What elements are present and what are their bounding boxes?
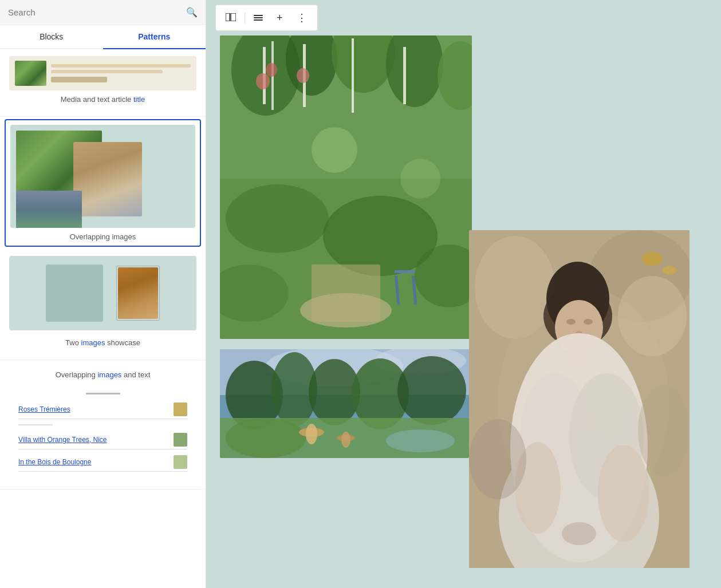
pattern-two-images-preview [9, 256, 196, 330]
preview-lady-img [118, 267, 158, 319]
columns-icon [226, 13, 236, 23]
toolbar-divider-1 [245, 12, 245, 23]
pattern-media-text[interactable]: Media and text article title [0, 49, 206, 117]
more-options-button[interactable]: ⋮ [290, 7, 314, 28]
svg-point-30 [400, 159, 440, 199]
pattern-overlap-text-link[interactable]: images [97, 370, 121, 379]
svg-point-37 [663, 266, 676, 275]
dash-button[interactable] [247, 9, 269, 27]
pattern-overlap-text[interactable]: Overlapping images and text Roses Trémiè… [0, 360, 206, 490]
svg-rect-2 [254, 15, 263, 16]
preview-list-link-1[interactable]: Roses Trémières [18, 405, 70, 413]
svg-rect-1 [231, 13, 236, 21]
preview-portrait-img [73, 142, 142, 216]
svg-point-50 [598, 445, 649, 542]
landscape-svg [220, 349, 469, 458]
svg-point-20 [226, 184, 329, 253]
preview-line [51, 70, 163, 73]
svg-point-41 [566, 319, 576, 325]
svg-point-17 [266, 63, 277, 77]
landscape-painting [220, 349, 469, 458]
preview-portrait-framed [116, 266, 160, 321]
preview-thumb-bois [174, 455, 187, 469]
svg-point-35 [618, 276, 687, 356]
pattern-two-images[interactable]: Two images showcase [0, 249, 206, 360]
pattern-media-text-preview [9, 56, 196, 90]
pattern-two-images-label: Two images showcase [9, 335, 196, 353]
sidebar: 🔍 Blocks Patterns Media and text article… [0, 0, 206, 588]
preview-thumb-villa [174, 433, 187, 447]
preview-list-row-3: In the Bois de Boulogne [18, 453, 187, 472]
svg-point-29 [312, 127, 357, 173]
plus-icon: + [277, 12, 283, 24]
preview-list-row-1: Roses Trémières [18, 400, 187, 419]
preview-small-divider [18, 424, 53, 425]
garden-svg [220, 35, 472, 339]
svg-rect-24 [395, 270, 415, 273]
svg-point-68 [386, 429, 455, 452]
pattern-media-text-link[interactable]: title [133, 95, 145, 104]
svg-rect-15 [403, 47, 406, 104]
pattern-overlapping-images[interactable]: Overlapping images [5, 119, 201, 247]
block-toolbar: + ⋮ [215, 5, 318, 31]
preview-flowers-img [46, 265, 103, 322]
more-icon: ⋮ [297, 11, 308, 24]
sidebar-content: Media and text article title Overlapping… [0, 49, 206, 490]
preview-list-row-2: Villa with Orange Trees, Nice [18, 431, 187, 449]
svg-point-52 [469, 419, 526, 499]
search-icon: 🔍 [186, 7, 198, 17]
svg-point-51 [562, 522, 596, 545]
preview-text-block [51, 64, 191, 82]
preview-blue-img [16, 191, 82, 228]
svg-rect-4 [254, 19, 263, 21]
garden-painting [220, 35, 472, 339]
portrait-painting [469, 230, 690, 568]
preview-title-line [51, 77, 107, 82]
svg-point-53 [638, 385, 690, 476]
svg-rect-14 [352, 38, 354, 113]
portrait-svg [469, 230, 690, 568]
svg-point-61 [397, 356, 466, 425]
svg-point-18 [297, 68, 309, 83]
pattern-media-text-label: Media and text article title [9, 92, 196, 109]
pattern-two-images-link[interactable]: images [81, 338, 105, 347]
preview-list-link-2[interactable]: Villa with Orange Trees, Nice [18, 436, 107, 444]
dash-icon [254, 13, 263, 23]
columns-button[interactable] [219, 9, 242, 27]
search-bar: 🔍 [0, 0, 206, 25]
svg-point-67 [341, 432, 350, 448]
search-button[interactable]: 🔍 [186, 7, 198, 18]
preview-list-link-3[interactable]: In the Bois de Boulogne [18, 458, 91, 466]
pattern-overlapping-preview [10, 125, 195, 228]
main-canvas: + ⋮ [206, 0, 721, 588]
canvas-art-area [206, 35, 721, 551]
svg-rect-3 [254, 17, 263, 18]
search-input[interactable] [8, 7, 182, 17]
pattern-overlap-text-label: Overlapping images and text [9, 367, 196, 385]
preview-divider [86, 393, 120, 394]
tab-blocks[interactable]: Blocks [0, 25, 103, 48]
svg-point-42 [584, 319, 593, 325]
add-button[interactable]: + [270, 8, 289, 28]
svg-rect-0 [226, 13, 230, 21]
svg-point-36 [642, 252, 663, 266]
preview-thumb-roses [174, 402, 187, 416]
pattern-overlapping-label: Overlapping images [10, 232, 195, 241]
tabs: Blocks Patterns [0, 25, 206, 49]
svg-point-16 [256, 73, 270, 89]
svg-point-65 [306, 424, 317, 444]
svg-rect-23 [312, 265, 380, 322]
tab-patterns[interactable]: Patterns [103, 25, 206, 49]
pattern-overlap-text-preview: Roses Trémières Villa with Orange Trees,… [9, 385, 196, 477]
preview-thumb-1 [15, 61, 46, 86]
svg-point-63 [226, 418, 306, 458]
preview-line [51, 64, 191, 68]
